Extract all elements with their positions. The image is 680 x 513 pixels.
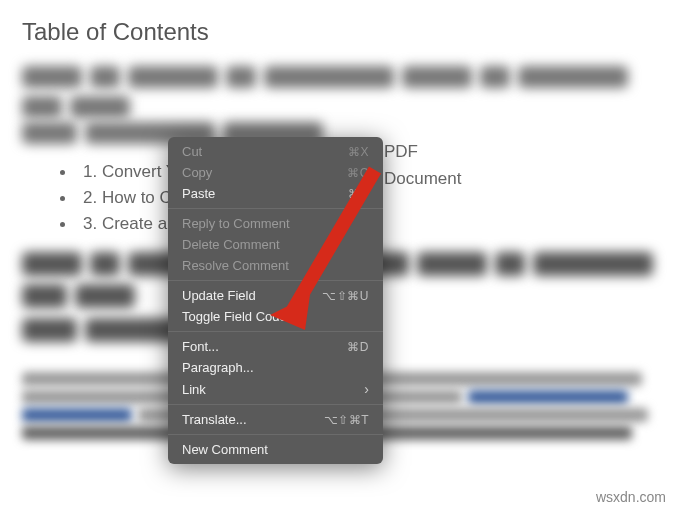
toc-suffix-2: PDF [384,142,418,162]
menu-item-copy: Copy⌘C [168,162,383,183]
menu-item-shortcut: ⌥⇧⌘T [324,413,369,427]
menu-item-shortcut: ⌘X [348,145,369,159]
menu-item-label: Link [182,382,206,397]
menu-item-shortcut: ⌘V [348,187,369,201]
blurred-heading-1 [22,66,658,118]
menu-item-label: Paragraph... [182,360,254,375]
menu-item-font[interactable]: Font...⌘D [168,336,383,357]
menu-separator [168,404,383,405]
bullet-icon [60,196,65,201]
menu-item-resolve-comment: Resolve Comment [168,255,383,276]
menu-separator [168,208,383,209]
menu-item-label: Paste [182,186,215,201]
menu-separator [168,434,383,435]
menu-item-translate[interactable]: Translate...⌥⇧⌘T [168,409,383,430]
menu-item-delete-comment: Delete Comment [168,234,383,255]
page-title: Table of Contents [22,18,658,46]
menu-item-new-comment[interactable]: New Comment [168,439,383,460]
menu-item-paste[interactable]: Paste⌘V [168,183,383,204]
menu-item-label: Translate... [182,412,247,427]
menu-separator [168,280,383,281]
toc-suffix-3: Document [384,169,461,189]
bullet-icon [60,170,65,175]
menu-item-shortcut: ⌘D [347,340,369,354]
menu-item-reply-to-comment: Reply to Comment [168,213,383,234]
menu-item-update-field[interactable]: Update Field⌥⇧⌘U [168,285,383,306]
menu-item-label: Toggle Field Codes [182,309,293,324]
menu-item-shortcut: ⌥⇧⌘U [322,289,369,303]
menu-item-label: Resolve Comment [182,258,289,273]
bullet-icon [60,222,65,227]
menu-item-label: Copy [182,165,212,180]
watermark: wsxdn.com [596,489,666,505]
menu-item-toggle-field-codes[interactable]: Toggle Field Codes [168,306,383,327]
menu-item-paragraph[interactable]: Paragraph... [168,357,383,378]
menu-separator [168,331,383,332]
menu-item-label: Reply to Comment [182,216,290,231]
menu-item-link[interactable]: Link› [168,378,383,400]
menu-item-label: Delete Comment [182,237,280,252]
menu-item-label: New Comment [182,442,268,457]
menu-item-label: Update Field [182,288,256,303]
context-menu: Cut⌘XCopy⌘CPaste⌘VReply to CommentDelete… [168,137,383,464]
menu-item-label: Cut [182,144,202,159]
menu-item-cut: Cut⌘X [168,141,383,162]
menu-item-label: Font... [182,339,219,354]
menu-item-shortcut: ⌘C [347,166,369,180]
chevron-right-icon: › [364,381,369,397]
